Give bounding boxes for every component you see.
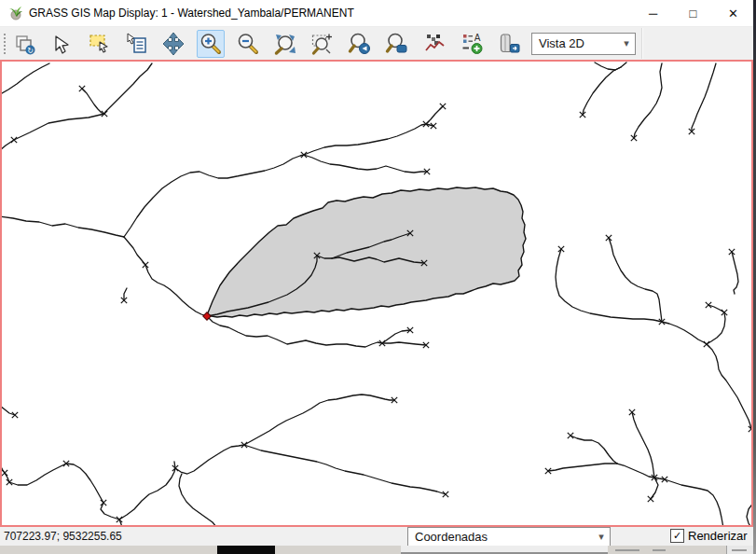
- stream-line: [2, 63, 49, 94]
- zoom-region-icon: [310, 32, 335, 56]
- window-title: GRASS GIS Map Display: 1 - Watershed_Yam…: [29, 7, 354, 20]
- stream-line: [304, 124, 426, 155]
- stream-line: [207, 316, 382, 347]
- stream-line: [732, 252, 738, 294]
- zoom-to-icon: [385, 32, 409, 56]
- chevron-down-icon: ▾: [593, 531, 610, 543]
- background-fragment: [653, 549, 666, 551]
- stream-line: [662, 322, 707, 344]
- tool-zoom-out[interactable]: [234, 30, 262, 58]
- toolbar-separator: [641, 28, 643, 59]
- minimize-button[interactable]: ─: [633, 0, 673, 26]
- stream-line: [692, 63, 716, 132]
- stream-line: [175, 445, 244, 474]
- grass-gis-icon: [8, 6, 23, 21]
- tool-zoom-back[interactable]: [346, 30, 374, 58]
- stream-line: [382, 342, 426, 345]
- stream-line: [2, 114, 104, 150]
- background-fragment: [401, 546, 608, 554]
- stream-line: [179, 474, 217, 525]
- stream-line: [556, 249, 662, 322]
- tool-render-map[interactable]: ↻: [10, 30, 38, 58]
- view-mode-select[interactable]: Vista 2D ▾: [531, 33, 636, 55]
- render-checkbox[interactable]: ✓ Renderizar: [670, 529, 748, 543]
- stream-line: [304, 155, 427, 173]
- zoom-out-icon: [236, 32, 260, 56]
- maximize-button[interactable]: □: [673, 0, 713, 26]
- chevron-down-icon: ▾: [618, 37, 635, 49]
- stream-line: [707, 344, 751, 429]
- background-fragment: [615, 549, 639, 551]
- tool-save-display[interactable]: [495, 30, 523, 58]
- stream-line: [145, 265, 207, 316]
- stream-line: [548, 464, 617, 471]
- tool-zoom-extent[interactable]: [271, 30, 299, 58]
- tool-zoom-to[interactable]: [383, 30, 411, 58]
- background-fragment: [217, 546, 275, 554]
- stream-line: [708, 305, 724, 312]
- tool-analyze[interactable]: [420, 30, 448, 58]
- render-map-icon: ↻: [13, 33, 35, 55]
- stream-line: [82, 89, 104, 114]
- map-display-area: [0, 60, 753, 527]
- svg-text:A: A: [474, 33, 480, 43]
- stream-line: [104, 63, 152, 114]
- stream-line: [595, 62, 621, 70]
- tool-add-overlay[interactable]: A: [458, 30, 486, 58]
- coordinates-readout: 707223.97; 9532255.65: [4, 530, 122, 543]
- query-icon: [125, 32, 148, 55]
- statusbar-mode-value: Coordenadas: [408, 530, 593, 544]
- stream-line: [632, 412, 654, 478]
- save-display-icon: [498, 32, 521, 55]
- background-windows-strip: [0, 546, 756, 554]
- stream-line: [382, 330, 410, 343]
- stream-line: [634, 63, 662, 138]
- zoom-in-icon: [199, 32, 223, 56]
- map-toolbar: ↻: [0, 27, 753, 61]
- tool-query[interactable]: [122, 30, 150, 58]
- stream-line: [124, 155, 304, 237]
- stream-line: [119, 468, 175, 519]
- statusbar: 707223.97; 9532255.65 Coordenadas ▾ ✓ Re…: [0, 527, 753, 546]
- close-button[interactable]: ✕: [713, 0, 753, 26]
- tool-select-region[interactable]: [85, 30, 113, 58]
- stream-line: [124, 237, 145, 265]
- analyze-map-icon: [423, 32, 447, 55]
- background-fragment: [732, 549, 747, 551]
- stream-line: [244, 395, 394, 445]
- add-overlay-icon: A: [460, 32, 484, 55]
- statusbar-mode-select[interactable]: Coordenadas ▾: [407, 527, 611, 547]
- stream-line: [665, 479, 723, 525]
- stream-line: [609, 238, 662, 322]
- stream-line: [707, 312, 725, 344]
- tool-zoom-in[interactable]: [197, 30, 225, 58]
- tool-pointer[interactable]: [48, 30, 76, 58]
- select-region-icon: [88, 32, 111, 55]
- stream-line: [2, 216, 124, 237]
- render-checkbox-label: Renderizar: [688, 529, 748, 543]
- stream-line: [9, 464, 66, 485]
- stream-line: [66, 464, 103, 503]
- stream-line: [570, 436, 617, 464]
- stream-line: [583, 62, 626, 115]
- titlebar: GRASS GIS Map Display: 1 - Watershed_Yam…: [0, 0, 753, 27]
- pan-icon: [161, 32, 186, 56]
- svg-text:↻: ↻: [27, 46, 34, 54]
- zoom-extent-icon: [273, 32, 297, 56]
- map-canvas[interactable]: [2, 62, 751, 525]
- stream-line: [244, 445, 446, 494]
- pointer-icon: [50, 33, 73, 55]
- tool-pan[interactable]: [159, 30, 187, 58]
- render-checkbox-box[interactable]: ✓: [670, 529, 684, 543]
- tool-zoom-region[interactable]: [309, 30, 337, 58]
- grass-map-display-window: GRASS GIS Map Display: 1 - Watershed_Yam…: [0, 0, 753, 546]
- watershed-polygon: [207, 187, 526, 317]
- stream-line: [747, 503, 751, 525]
- stream-line: [617, 464, 654, 478]
- toolbar-grip[interactable]: [3, 33, 7, 55]
- zoom-back-icon: [348, 32, 372, 56]
- view-mode-value: Vista 2D: [532, 36, 618, 50]
